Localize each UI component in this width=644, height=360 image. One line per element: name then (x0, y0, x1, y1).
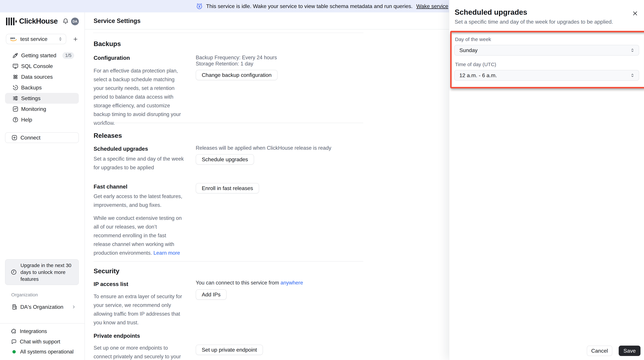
time-of-day-value: 12 a.m. - 6 a.m. (459, 72, 497, 79)
schedule-upgrades-button[interactable]: Schedule upgrades (196, 154, 254, 165)
chevron-updown-icon (58, 36, 63, 41)
private-endpoints-heading: Private endpoints (94, 333, 140, 339)
section-divider (94, 123, 363, 123)
help-icon (12, 116, 19, 123)
releases-meta-text: Releases will be applied when ClickHouse… (196, 145, 331, 151)
aws-icon: aws (10, 36, 18, 42)
rocket-icon (12, 52, 19, 59)
sidebar-item-label: SQL Console (21, 63, 53, 69)
sidebar: ClickHouse DA aws test service (0, 12, 85, 360)
day-of-week-select[interactable]: Sunday (454, 45, 639, 56)
sidebar-item-integrations[interactable]: Integrations (5, 327, 79, 336)
cancel-button[interactable]: Cancel (587, 346, 612, 356)
upgrade-notice[interactable]: Upgrade in the next 30 days to unlock mo… (5, 259, 79, 285)
close-icon[interactable] (631, 9, 639, 17)
settings-sliders-icon (12, 95, 19, 102)
section-divider (93, 33, 364, 33)
sidebar-item-label: Data sources (21, 74, 53, 80)
footer-item-label: Integrations (20, 328, 47, 334)
add-ips-button[interactable]: Add IPs (196, 289, 226, 300)
scheduled-upgrades-heading: Scheduled upgrades (94, 146, 148, 152)
sidebar-item-label: Settings (21, 95, 40, 101)
main-header: Service Settings (85, 12, 449, 29)
fast-channel-text: While we conduct extensive testing on al… (94, 215, 182, 256)
building-icon (11, 304, 18, 310)
system-status[interactable]: All systems operational (5, 347, 79, 357)
panel-subtitle: Set a specific time and day of the week … (455, 19, 613, 25)
fast-channel-description-2: While we conduct extensive testing on al… (94, 214, 184, 257)
day-of-week-value: Sunday (459, 47, 478, 53)
save-button[interactable]: Save (619, 346, 640, 356)
progress-badge: 1/5 (62, 52, 74, 59)
backup-history-icon (12, 84, 19, 91)
clickhouse-cloud-app: This service is idle. Wake your service … (0, 0, 644, 360)
panel-title: Scheduled upgrades (455, 8, 527, 16)
setup-private-endpoint-button[interactable]: Set up private endpoint (196, 345, 263, 355)
wake-service-link[interactable]: Wake service (416, 3, 448, 9)
sidebar-item-label: Getting started (21, 52, 56, 59)
monitoring-chart-icon (12, 106, 19, 112)
connect-button[interactable]: Connect (5, 132, 79, 143)
svg-text:aws: aws (10, 37, 15, 39)
clock-icon (10, 269, 17, 275)
private-endpoints-description: Set up one or more endpoints to connect … (94, 344, 188, 360)
banner-message: This service is idle. Wake your service … (206, 3, 412, 9)
time-of-day-select[interactable]: 12 a.m. - 6 a.m. (454, 70, 639, 81)
service-selector[interactable]: aws test service (6, 34, 66, 44)
scheduled-upgrades-description: Set a specific time and day of the week … (94, 155, 188, 172)
configuration-heading: Configuration (94, 55, 130, 61)
backup-frequency-text: Backup Frequency: Every 24 hours (196, 55, 277, 61)
chevron-updown-icon (630, 47, 635, 53)
sidebar-item-label: Backups (21, 85, 42, 91)
enroll-fast-releases-button[interactable]: Enroll in fast releases (196, 183, 259, 193)
sidebar-item-getting-started[interactable]: Getting started 1/5 (5, 50, 79, 61)
chevron-updown-icon (630, 73, 635, 78)
sidebar-item-label: Monitoring (21, 106, 46, 112)
page-title: Service Settings (94, 12, 140, 29)
scheduled-upgrades-panel: Scheduled upgrades Set a specific time a… (449, 0, 644, 360)
status-green-dot (12, 350, 16, 354)
fast-channel-heading: Fast channel (94, 183, 128, 190)
ip-access-list-heading: IP access list (94, 281, 128, 287)
sidebar-item-backups[interactable]: Backups (5, 82, 79, 93)
organization-section-label: Organization (11, 292, 38, 298)
puzzle-icon (11, 328, 17, 335)
sidebar-item-settings[interactable]: Settings (5, 93, 79, 104)
time-of-day-label: Time of day (UTC) (455, 62, 496, 67)
releases-heading: Releases (94, 132, 122, 139)
storage-retention-text: Storage Retention: 1 day (196, 61, 253, 67)
chat-bubble-icon (11, 339, 17, 345)
bell-icon[interactable] (62, 18, 69, 25)
change-backup-configuration-button[interactable]: Change backup configuration (196, 70, 278, 80)
sidebar-item-label: Help (21, 117, 32, 123)
connect-label: Connect (20, 135, 40, 141)
data-sources-icon (12, 73, 19, 80)
chevron-right-icon (72, 305, 76, 309)
fast-channel-description-1: Get early access to the latest features,… (94, 192, 184, 209)
brand-name: ClickHouse (19, 17, 58, 25)
connect-icon (11, 134, 18, 141)
avatar[interactable]: DA (71, 17, 79, 25)
status-label: All systems operational (20, 349, 74, 355)
learn-more-link[interactable]: Learn more (154, 250, 180, 256)
organization-name: DA's Organization (20, 304, 64, 310)
security-heading: Security (94, 267, 120, 275)
service-name: test service (20, 36, 48, 42)
section-divider (94, 261, 363, 262)
sidebar-divider (0, 323, 85, 324)
ip-access-meta: You can connect to this service from any… (196, 280, 303, 286)
sidebar-item-data-sources[interactable]: Data sources (5, 71, 79, 82)
sidebar-item-help[interactable]: Help (5, 114, 79, 125)
ip-access-meta-text: You can connect to this service from (196, 280, 279, 286)
snooze-icon (196, 2, 203, 10)
backups-description: For an effective data protection plan, s… (94, 66, 184, 127)
organization-switcher[interactable]: DA's Organization (5, 302, 79, 312)
upgrade-notice-text: Upgrade in the next 30 days to unlock mo… (20, 262, 74, 282)
ip-access-description: To ensure an extra layer of security for… (94, 292, 184, 327)
sidebar-item-chat-support[interactable]: Chat with support (5, 337, 79, 347)
sidebar-item-monitoring[interactable]: Monitoring (5, 104, 79, 114)
console-icon (12, 63, 19, 69)
sidebar-item-sql-console[interactable]: SQL Console (5, 61, 79, 71)
anywhere-link[interactable]: anywhere (280, 280, 303, 286)
add-service-button[interactable] (71, 35, 80, 43)
